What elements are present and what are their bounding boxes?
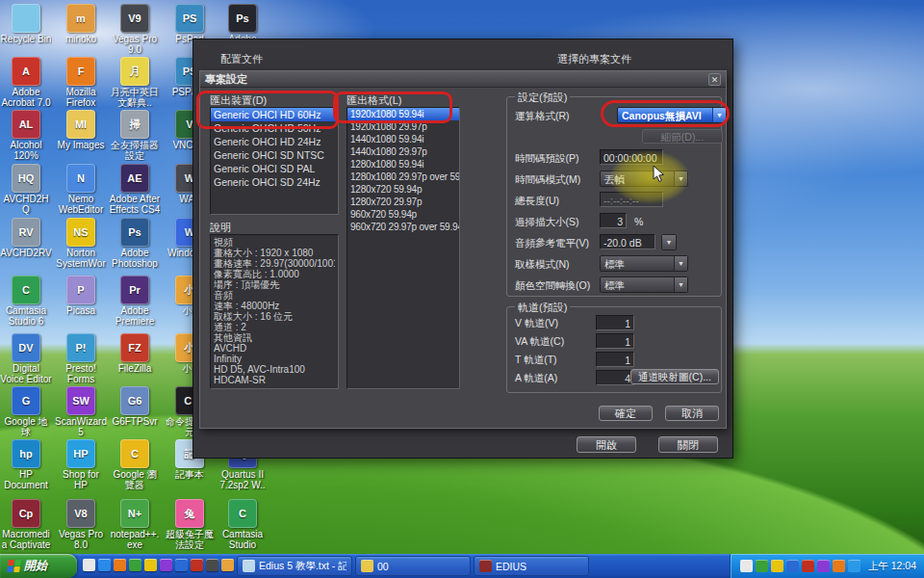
desktop-icon[interactable]: hp HP Document Manager: [0, 439, 52, 490]
desktop-icon[interactable]: m minoko: [55, 4, 107, 45]
desktop-icon[interactable]: N Nemo WebEditor 6: [55, 164, 107, 215]
desktop-icon[interactable]: C Camtasia Studio: [217, 499, 269, 550]
desktop-icon[interactable]: Cp Macromedia Captivate: [0, 499, 52, 550]
chevron-down-icon[interactable]: [674, 277, 687, 292]
format-list-item[interactable]: 1440x1080 29.97p: [347, 145, 459, 158]
quicklaunch-icon[interactable]: [221, 559, 234, 571]
tray-icon[interactable]: [756, 560, 768, 572]
device-list-item[interactable]: Generic OHCI SD NTSC: [211, 148, 338, 162]
desktop-icon[interactable]: NS Norton SystemWorks: [55, 218, 107, 269]
desktop-icon-image: F: [66, 57, 95, 86]
ok-button[interactable]: 確定: [599, 406, 653, 421]
desktop-icon-glyph: Ps: [236, 13, 248, 24]
desktop-icon-label: minoko: [55, 35, 107, 45]
desktop-icon[interactable]: HQ AVCHD2HQ: [0, 164, 52, 215]
track-count-input[interactable]: 1: [596, 315, 634, 330]
desktop-icon[interactable]: RV AVCHD2RV: [0, 218, 52, 259]
track-count-input[interactable]: 1: [596, 352, 634, 367]
window-close-button[interactable]: 關閉: [658, 436, 718, 453]
desktop-icon[interactable]: 月 月亮中英日文辭典..: [109, 57, 161, 108]
audio-reference-dropdown[interactable]: [661, 234, 677, 250]
quicklaunch-icon[interactable]: [191, 559, 203, 571]
quicklaunch-icon[interactable]: [129, 559, 141, 571]
chevron-down-icon[interactable]: [662, 235, 676, 250]
desktop-icon[interactable]: 掃 全友掃描器設定: [109, 110, 161, 161]
desktop-icon[interactable]: DV Digital Voice Editor 3: [0, 333, 52, 384]
format-list-item[interactable]: 1280x720 59.94p: [347, 183, 459, 196]
colorspace-combobox[interactable]: 標準: [600, 276, 688, 293]
desktop-icon[interactable]: AE Adobe After Effects CS4: [109, 164, 161, 215]
desktop-icon[interactable]: HP Shop for HP Supplies: [55, 439, 107, 490]
chevron-down-icon[interactable]: [674, 256, 687, 271]
tray-icon[interactable]: [786, 560, 799, 572]
device-list-item[interactable]: Generic OHCI SD 24Hz: [211, 175, 338, 189]
task-button[interactable]: Edius 5 教學.txt - 記...: [237, 556, 352, 576]
desktop-icon-image: Ps: [120, 218, 149, 247]
desktop-icon[interactable]: P! Presto! Forms: [55, 333, 107, 384]
format-list-item[interactable]: 1440x1080 59.94i: [347, 133, 459, 145]
desktop-icon-glyph: Cp: [19, 508, 34, 519]
cancel-button[interactable]: 取消: [665, 406, 719, 421]
quicklaunch-icon[interactable]: [160, 559, 172, 571]
format-listbox[interactable]: 1920x1080 59.94i1920x1080 29.97p1440x108…: [346, 107, 460, 389]
tray-icon[interactable]: [817, 560, 830, 572]
desktop-icon[interactable]: G Google 地球: [0, 386, 52, 437]
audio-reference-input[interactable]: -20.0 dB: [600, 234, 655, 250]
desktop-icon[interactable]: V9 Vegas Pro 9.0: [109, 4, 161, 55]
desktop-icon-label: FileZilla: [109, 364, 161, 375]
desktop-icon[interactable]: FZ FileZilla: [109, 333, 161, 375]
overscan-input[interactable]: 3: [600, 213, 627, 228]
desktop-icon[interactable]: Recycle Bin: [0, 4, 52, 45]
desktop-icon[interactable]: 兔 超級兔子魔法設定: [164, 499, 216, 550]
open-button[interactable]: 開啟: [577, 436, 636, 453]
format-list-item[interactable]: 1280x1080 29.97p over 59.94i: [347, 171, 459, 183]
track-count-input[interactable]: 4: [596, 370, 634, 385]
desktop-icon[interactable]: P Picasa: [55, 276, 107, 317]
channel-map-button[interactable]: 通道映射圖(C)...: [630, 369, 719, 384]
quicklaunch-icon[interactable]: [206, 559, 218, 571]
desktop-icon[interactable]: C Camtasia Studio 6: [0, 276, 52, 327]
desktop-icon[interactable]: C Google 瀏覽器: [109, 439, 161, 490]
quicklaunch-icon[interactable]: [114, 559, 126, 571]
quicklaunch-icon[interactable]: [83, 559, 95, 571]
quicklaunch-icon[interactable]: [98, 559, 111, 571]
overscan-row: 過掃描大小(S) 3 %: [515, 213, 715, 230]
format-list-item[interactable]: 960x720 59.94p: [347, 208, 459, 221]
tray-icon[interactable]: [802, 560, 814, 572]
desktop-icon-image: G6: [120, 386, 149, 415]
desktop-icon[interactable]: SW ScanWizard 5: [55, 386, 107, 437]
quicklaunch-icon[interactable]: [144, 559, 157, 571]
quicklaunch-icon[interactable]: [175, 559, 188, 571]
desktop-icon[interactable]: N+ notepad++.exe: [109, 499, 161, 550]
desktop-icon[interactable]: F Mozilla Firefox: [55, 57, 107, 108]
desktop-icon-image: AL: [12, 110, 40, 139]
start-button[interactable]: 開始: [0, 554, 77, 578]
resample-mode-combobox[interactable]: 標準: [600, 255, 688, 272]
task-button[interactable]: 00: [355, 556, 471, 576]
tray-icon[interactable]: [848, 560, 860, 572]
desktop-icon[interactable]: Pr Adobe Premiere P..: [109, 276, 161, 327]
tray-icon[interactable]: [833, 560, 845, 572]
device-list-item[interactable]: Generic OHCI HD 24Hz: [211, 135, 338, 148]
device-list-item[interactable]: Generic OHCI SD PAL: [211, 162, 338, 175]
format-list-item[interactable]: 960x720 29.97p over 59.94i: [347, 221, 459, 233]
close-icon[interactable]: [708, 73, 721, 86]
track-count-input[interactable]: 1: [596, 333, 634, 349]
dialog-titlebar: 專案設定: [200, 71, 726, 88]
desktop-icon[interactable]: G6 G6FTPSvr: [109, 386, 161, 428]
desktop-icon[interactable]: AL Alcohol 120%: [0, 110, 52, 161]
desktop-icon-glyph: P!: [76, 342, 87, 354]
desktop-icon-image: SW: [66, 386, 95, 415]
format-list-item[interactable]: 1280x1080 59.94i: [347, 158, 459, 171]
desktop-icon[interactable]: Ps Adobe Photoshop CS: [109, 218, 161, 269]
task-button[interactable]: EDIUS: [474, 556, 589, 576]
description-line: HDCAM-SR: [214, 375, 335, 385]
desktop-icon[interactable]: A Adobe Acrobat 7.0 Professio..: [0, 57, 52, 108]
task-app-icon: [479, 560, 492, 572]
format-list-item[interactable]: 1280x720 29.97p: [347, 196, 459, 208]
desktop-icon[interactable]: MI My Images: [55, 110, 107, 151]
tray-icon[interactable]: [771, 560, 783, 572]
tray-icon[interactable]: [740, 560, 753, 572]
track-row: VA 軌道(C) 1: [515, 333, 715, 352]
desktop-icon[interactable]: V8 Vegas Pro 8.0: [55, 499, 107, 550]
